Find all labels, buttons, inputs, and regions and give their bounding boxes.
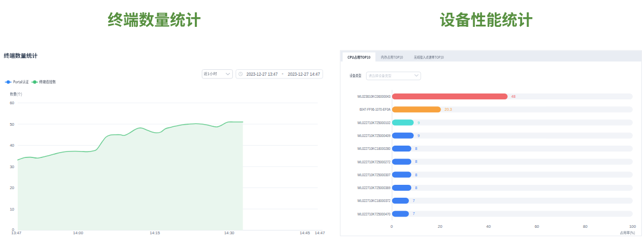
svg-text:30: 30 <box>10 164 14 169</box>
svg-text:0: 0 <box>391 224 393 229</box>
svg-text:14:15: 14:15 <box>150 230 160 235</box>
svg-text:2023-12-27 13:47: 2023-12-27 13:47 <box>246 71 277 77</box>
svg-text:20.3: 20.3 <box>445 107 452 111</box>
svg-text:WL022710K725000102: WL022710K725000102 <box>357 120 391 125</box>
svg-text:6047-FF96-1070-EF0A: 6047-FF96-1070-EF0A <box>360 107 391 112</box>
svg-text:9: 9 <box>418 134 420 138</box>
svg-text:20: 20 <box>438 224 442 229</box>
svg-text:WL022710K725000272: WL022710K725000272 <box>357 160 391 164</box>
svg-text:14:45: 14:45 <box>300 230 310 235</box>
svg-text:20: 20 <box>10 185 14 190</box>
svg-text:14:30: 14:30 <box>224 230 235 235</box>
svg-text:2023-12-27 14:47: 2023-12-27 14:47 <box>288 71 320 77</box>
svg-text:WL022710K725000369: WL022710K725000369 <box>357 185 391 190</box>
svg-text:9: 9 <box>418 121 420 125</box>
svg-text:60: 60 <box>10 100 14 105</box>
svg-text:40: 40 <box>486 224 491 229</box>
svg-text:WL022710KC18000372: WL022710KC18000372 <box>357 198 391 203</box>
svg-text:48: 48 <box>511 95 516 98</box>
svg-text:8: 8 <box>415 160 417 163</box>
svg-text:13:47: 13:47 <box>11 230 21 235</box>
svg-text:100: 100 <box>629 224 636 229</box>
svg-text:60: 60 <box>535 224 539 229</box>
svg-text:40: 40 <box>10 143 14 148</box>
svg-text:WL022710K725000470: WL022710K725000470 <box>357 212 391 217</box>
svg-text:-: - <box>282 71 283 76</box>
svg-text:50: 50 <box>10 122 14 127</box>
svg-text:80: 80 <box>583 224 587 229</box>
svg-text:8: 8 <box>415 147 417 150</box>
svg-text:WL022710K725000307: WL022710K725000307 <box>357 172 391 177</box>
svg-text:8: 8 <box>415 173 417 177</box>
svg-text:7: 7 <box>413 212 415 215</box>
svg-text:WL023610KC06000043: WL023610KC06000043 <box>357 94 391 99</box>
svg-text:14:47: 14:47 <box>315 230 325 235</box>
svg-text:WL022710KC18000280: WL022710KC18000280 <box>357 146 391 151</box>
svg-text:WL022710K725000409: WL022710K725000409 <box>357 133 391 138</box>
svg-text:14:00: 14:00 <box>73 230 83 235</box>
svg-text:7: 7 <box>413 199 415 203</box>
svg-text:8: 8 <box>415 186 417 190</box>
svg-text:10: 10 <box>10 207 14 212</box>
